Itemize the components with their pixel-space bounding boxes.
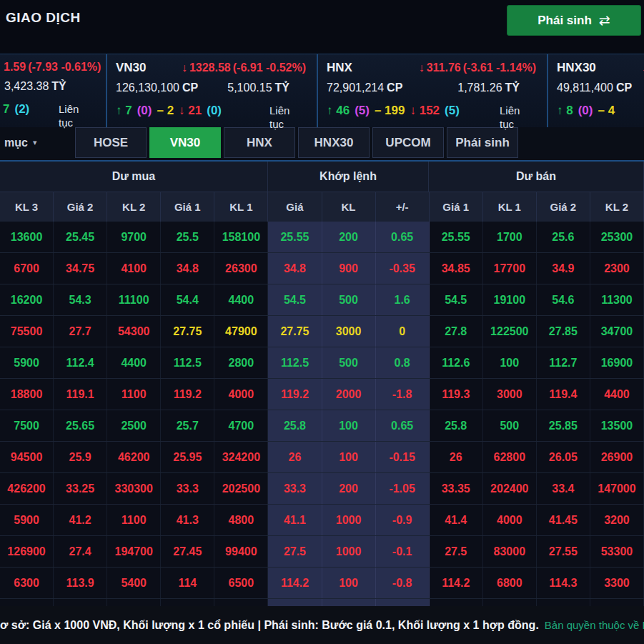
- table-row[interactable]: 5900112.44400112.52800112.55000.8112.610…: [0, 347, 644, 379]
- table-cell: 99400: [214, 536, 268, 567]
- table-cell: -0.35: [376, 253, 430, 284]
- table-cell: 54.6: [537, 284, 590, 315]
- watchlist-dropdown[interactable]: mục ▾: [0, 127, 75, 158]
- table-row[interactable]: 12690027.419470027.459940027.51000-0.127…: [0, 536, 644, 568]
- index-volume: 126,130,100CP: [116, 81, 198, 94]
- table-cell: 41.45: [537, 505, 590, 535]
- column-header: +/-: [376, 192, 430, 222]
- column-header: Giá: [268, 192, 322, 222]
- table-cell: 34.8: [268, 253, 322, 284]
- derivative-button[interactable]: Phái sinh ⇄: [507, 5, 641, 36]
- table-cell: -0.9: [376, 505, 430, 535]
- table-cell: 2500: [107, 410, 161, 441]
- table-cell: 0.65: [376, 222, 430, 252]
- table-cell: 2300: [590, 253, 644, 284]
- table-cell: 119.4: [537, 379, 590, 410]
- table-cell: 17700: [483, 253, 537, 284]
- index-volume: 72,901,214CP: [327, 81, 402, 94]
- group-header-bid: Dư mua: [0, 162, 268, 192]
- table-cell: 27.55: [537, 536, 590, 567]
- stat-token: (0): [137, 104, 152, 117]
- tab-upcom[interactable]: UPCOM: [372, 127, 444, 158]
- table-cell: 13500: [590, 410, 644, 441]
- table-cell: 2800: [214, 347, 268, 378]
- table-cell: 119.3: [430, 379, 483, 410]
- table-row[interactable]: 18800119.11100119.24000119.22000-1.8119.…: [0, 379, 644, 410]
- table-row[interactable]: 42620033.2533030033.320250033.3200-1.053…: [0, 473, 644, 505]
- table-cell: -1.05: [376, 473, 430, 504]
- index-value: 1.59(-7.93 -0.61%): [1, 61, 103, 74]
- table-cell: 330300: [107, 473, 161, 504]
- table-cell: 0: [376, 316, 430, 347]
- table-cell: -1.8: [376, 379, 430, 410]
- table-cell: 114.2: [268, 568, 322, 598]
- table-row[interactable]: 1620054.31110054.4440054.55001.654.51910…: [0, 284, 644, 316]
- table-cell: 0.65: [376, 410, 430, 441]
- index-panel-vnindex[interactable]: 1.59(-7.93 -0.61%) 3,423.38TỶ 7(2) Liên …: [0, 54, 106, 127]
- table-row[interactable]: 6300113.954001146500114.2100-0.8114.2680…: [0, 568, 644, 599]
- table-row[interactable]: 750025.65250025.7470025.81000.6525.85002…: [0, 410, 644, 442]
- session-status: Liên tục: [59, 102, 93, 129]
- table-cell: 6700: [0, 253, 54, 284]
- stat-token: (5): [445, 104, 460, 117]
- footer-bar: ơ sở: Giá x 1000 VNĐ, Khối lượng x 1 cổ …: [0, 606, 644, 644]
- column-header: KL: [322, 192, 376, 222]
- column-header: KL 1: [214, 192, 268, 222]
- stat-token: ↑ 7: [116, 104, 132, 117]
- stat-token: (0): [207, 104, 222, 117]
- table-cell: 41.3: [161, 505, 214, 535]
- tab-hose[interactable]: HOSE: [75, 127, 147, 158]
- table-cell: 26900: [590, 442, 644, 472]
- copyright-link[interactable]: Bản quyền thuộc về FT: [545, 619, 644, 631]
- app-root: GIAO DỊCH Phái sinh ⇄ 1.59(-7.93 -0.61%)…: [0, 0, 644, 630]
- table-cell: 25300: [590, 222, 644, 252]
- table-cell: 33.3: [268, 473, 322, 504]
- index-breadth-stats: 7(2): [3, 102, 34, 117]
- table-cell: 112.5: [268, 347, 322, 378]
- table-cell: 33.3: [161, 473, 214, 504]
- table-cell: 112.4: [54, 347, 107, 378]
- watchlist-dropdown-label: mục: [4, 137, 28, 149]
- column-header: Giá 1: [430, 192, 483, 222]
- table-row[interactable]: 670034.75410034.82630034.8900-0.3534.851…: [0, 253, 644, 284]
- table-cell: 34700: [590, 316, 644, 347]
- column-header: Giá 2: [537, 192, 590, 222]
- table-cell: 25.55: [430, 222, 483, 252]
- page-title: GIAO DỊCH: [6, 10, 81, 26]
- table-cell: 900: [322, 253, 376, 284]
- index-turnover: 5,100.15TỶ: [227, 81, 308, 94]
- table-cell: 4800: [214, 505, 268, 535]
- table-row[interactable]: 9450025.94620025.9532420026100-0.1526628…: [0, 442, 644, 473]
- table-row[interactable]: 1360025.45970025.515810025.552000.6525.5…: [0, 222, 644, 253]
- table-cell: 13600: [0, 222, 54, 252]
- table-cell: 62800: [483, 442, 537, 472]
- table-cell: 33.4: [537, 473, 590, 504]
- table-cell: 4400: [214, 284, 268, 315]
- table-cell: 41.2: [54, 505, 107, 535]
- down-arrow-icon: ↓: [182, 61, 187, 74]
- table-cell: 26: [268, 442, 322, 472]
- index-turnover: 1,781.26TỶ: [457, 81, 538, 94]
- table-cell: 158100: [214, 222, 268, 252]
- table-row[interactable]: 7550027.75430027.754790027.753000027.812…: [0, 316, 644, 347]
- stat-token: – 2: [157, 104, 174, 117]
- price-board: Dư mua Khớp lệnh Dư bán KL 3Giá 2KL 2Giá…: [0, 160, 644, 630]
- table-row[interactable]: 590041.2110041.3480041.11000-0.941.44000…: [0, 505, 644, 536]
- tab-hnx30[interactable]: HNX30: [298, 127, 370, 158]
- table-cell: 500: [322, 347, 376, 378]
- stat-token: 7: [3, 102, 9, 116]
- table-cell: 27.45: [161, 536, 214, 567]
- column-header: KL 2: [590, 192, 644, 222]
- table-cell: 16900: [590, 347, 644, 378]
- index-panel-hnx30[interactable]: HNX30 ↓ 49,811,400CP ↑ 8(0)– 4: [547, 54, 644, 127]
- index-panel-hnx[interactable]: HNX ↓311.76(-3.61 -1.14%) 72,901,214CP 1…: [317, 54, 547, 127]
- table-cell: 324200: [214, 442, 268, 472]
- group-header-ask: Dư bán: [429, 162, 644, 192]
- tab-phái-sinh[interactable]: Phái sinh: [447, 127, 518, 158]
- table-cell: 147000: [590, 473, 644, 504]
- tab-hnx[interactable]: HNX: [224, 127, 295, 158]
- tab-vn30[interactable]: VN30: [149, 127, 221, 158]
- table-cell: -0.15: [376, 442, 430, 472]
- index-panel-vn30[interactable]: VN30 ↓1328.58(-6.91 -0.52%) 126,130,100C…: [106, 54, 317, 127]
- table-cell: 34.75: [54, 253, 107, 284]
